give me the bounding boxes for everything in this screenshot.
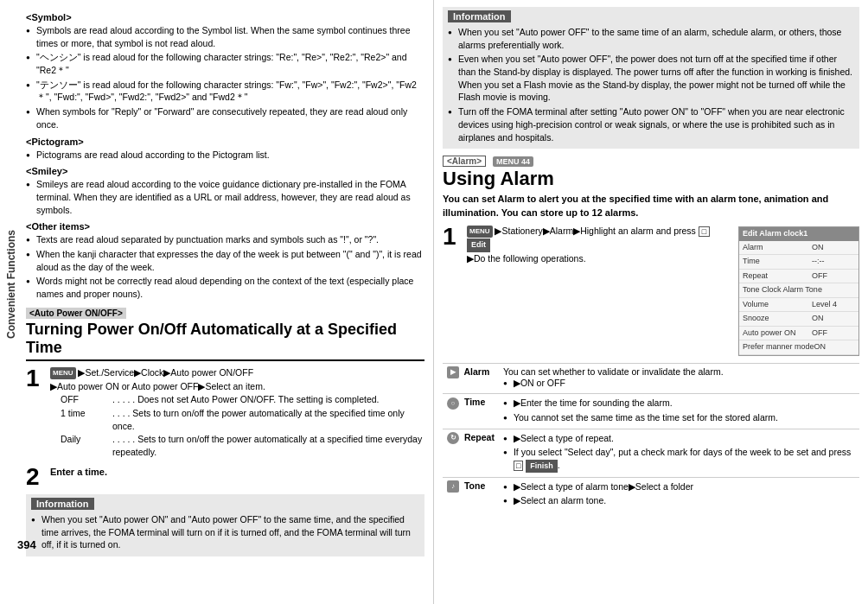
step1-line2: ▶Auto power ON or Auto power OFF▶Select … [50,380,424,394]
ss-label: Snooze [743,313,812,325]
right-info-title: Information [448,10,511,22]
time-desc-cell: ▶Enter the time for sounding the alarm. … [499,394,859,429]
ss-val: ON [812,242,824,254]
alarm-desc: You can set whether to validate or inval… [503,366,855,377]
alarm-step1-content: Edit Alarm clock1 Alarm ON Time --:-- Re… [467,225,859,356]
step1-container: 1 MENU ▶Set./Service▶Clock▶Auto power ON… [26,366,424,460]
other-header: <Other items> [26,221,424,232]
list-item: Even when you set "Auto power OFF", the … [448,53,854,104]
other-list: Texts are read aloud separated by punctu… [26,233,424,300]
ss-row: Tone Clock Alarm Tone [739,283,858,298]
left-info-bullets: When you set "Auto power ON" and "Auto p… [31,513,419,551]
ss-row: Alarm ON [739,241,858,256]
alarm-subtitle: You can set Alarm to alert you at the sp… [443,193,859,219]
list-item: If you select "Select day", put a check … [503,446,855,472]
left-info-box: Information When you set "Auto power ON"… [26,494,424,556]
time-label: Time [464,397,485,407]
tone-label: Tone [464,480,485,491]
left-info-title: Information [31,498,94,510]
right-panel: Information When you set "Auto power OFF… [434,0,868,604]
menu-num-badge: MENU 44 [493,156,533,167]
ss-val: OFF [812,270,827,283]
list-item: Smileys are read aloud according to the … [26,178,424,216]
tone-sub-list: ▶Select a type of alarm tone▶Select a fo… [503,480,855,507]
left-inner: Convenient Functions <Symbol> Symbols ar… [9,12,424,556]
list-item: "テンソー" is read aloud for the following c… [26,79,424,104]
ss-label: Prefer manner mode [743,341,814,353]
auto-power-section: <Auto Power ON/OFF> Turning Power On/Off… [26,308,424,361]
ss-label: Time [743,256,812,268]
list-item: When the kanji character that expresses … [26,248,424,273]
step1-content: MENU ▶Set./Service▶Clock▶Auto power ON/O… [50,366,424,460]
alarm-label: Alarm [464,366,490,377]
list-item: ▶Select a type of alarm tone▶Select a fo… [503,480,855,493]
list-item: ▶ON or OFF [503,377,855,390]
tone-icon-cell: ♪ Tone [443,477,499,512]
ss-val: ON [812,313,824,325]
list-item: Words might not be correctly read aloud … [26,275,424,300]
list-item: When you set "Auto power OFF" to the sam… [448,26,854,51]
alarm-sub-list: ▶ON or OFF [503,377,855,390]
step1-items: OFF . . . . . Does not set Auto Power ON… [50,393,424,458]
ss-row: Snooze ON [739,312,858,327]
list-item: Texts are read aloud separated by punctu… [26,233,424,246]
alarm-step1-number: 1 [443,225,462,249]
left-panel: Convenient Functions <Symbol> Symbols ar… [0,0,434,604]
ss-label: Alarm [743,242,812,254]
list-item: ▶Select a type of repeat. [503,432,855,445]
side-label: Convenient Functions [5,230,17,339]
pictogram-header: <Pictogram> [26,137,424,147]
ss-val: ON [814,341,827,353]
ss-label: Tone Clock Alarm Tone [743,284,822,296]
alarm-table: ▶ Alarm You can set whether to validate … [443,363,859,512]
right-info-box: Information When you set "Auto power OFF… [443,7,859,149]
page-number: 394 [17,538,36,551]
menu-icon-label: MENU [496,157,520,166]
step1-instruction1: ▶Set./Service▶Clock▶Auto power ON/OFF [78,367,253,378]
table-row: ○ Time ▶Enter the time for sounding the … [443,394,859,429]
ss-val: OFF [812,327,827,340]
repeat-desc-cell: ▶Select a type of repeat. If you select … [499,429,859,477]
alarm-menu-icon: MENU [467,226,493,238]
time-clock-icon: ○ [447,397,459,410]
1time-label: 1 time [61,407,112,432]
item-off: OFF . . . . . Does not set Auto Power ON… [61,393,424,406]
item-daily: Daily . . . . . Sets to turn on/off the … [61,433,424,458]
repeat-label: Repeat [464,432,495,442]
auto-power-sublabel: <Auto Power ON/OFF> [26,308,126,319]
off-label: OFF [61,393,112,406]
ss-label: Volume [743,299,812,311]
list-item: Turn off the FOMA terminal after setting… [448,105,854,143]
ss-row: Repeat OFF [739,270,858,284]
1time-desc: . . . . Sets to turn on/off the power au… [112,407,424,432]
edit-button: Edit [467,238,490,252]
list-item: ▶Select an alarm tone. [503,494,855,507]
alarm-step1: 1 Edit Alarm clock1 Alarm ON Time --:-- … [443,225,859,356]
step2-title: Enter a time. [50,465,424,480]
symbol-list: Symbols are read aloud according to the … [26,24,424,131]
symbol-header: <Symbol> [26,12,424,22]
menu-num: 44 [521,157,530,166]
repeat-icon-cell: ↻ Repeat [443,429,499,477]
alarm-section: <Alarm> MENU 44 Using Alarm You can set … [443,156,859,512]
alarm-section-header: <Alarm> MENU 44 [443,156,859,167]
table-row: ♪ Tone ▶Select a type of alarm tone▶Sele… [443,477,859,512]
select-key2: □ [514,461,523,471]
alarm-screenshot: Edit Alarm clock1 Alarm ON Time --:-- Re… [738,226,859,356]
ss-label: Auto power ON [743,327,812,340]
repeat-sub-list: ▶Select a type of repeat. If you select … [503,432,855,473]
ss-label: Repeat [743,270,812,283]
alarm-bell-icon: ▶ [447,366,459,378]
ss-row: Auto power ON OFF [739,327,858,341]
list-item: Pictograms are read aloud according to t… [26,149,424,162]
select-key-icon: □ [699,226,710,237]
table-row: ▶ Alarm You can set whether to validate … [443,363,859,394]
ss-row: Volume Level 4 [739,298,858,313]
menu-icon: MENU [50,367,76,379]
time-icon-cell: ○ Time [443,394,499,429]
tone-desc-cell: ▶Select a type of alarm tone▶Select a fo… [499,477,859,512]
off-desc: . . . . . Does not set Auto Power ON/OFF… [112,393,424,406]
tone-note-icon: ♪ [447,480,459,493]
step2-container: 2 Enter a time. [26,465,424,489]
step1-line1: MENU ▶Set./Service▶Clock▶Auto power ON/O… [50,366,424,380]
